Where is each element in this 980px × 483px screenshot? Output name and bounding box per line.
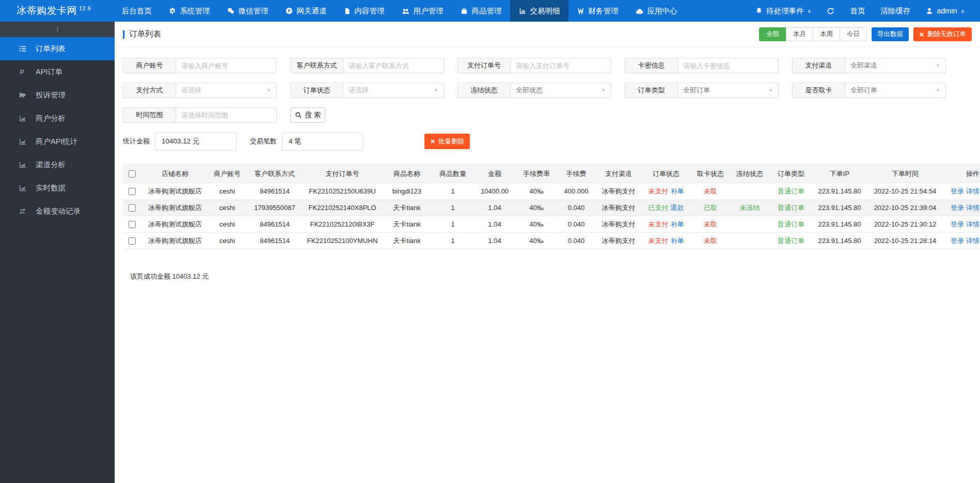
transaction-count-box[interactable]: 4 笔 — [282, 132, 363, 151]
detail-link[interactable]: 详情 — [966, 220, 979, 228]
cell-text: 84961514 — [260, 220, 290, 228]
refund-link[interactable]: 退款 — [671, 204, 684, 212]
search-button[interactable]: 搜 索 — [290, 107, 325, 123]
freeze-status-select[interactable]: 全部状态▼ — [511, 83, 611, 98]
table-cell: 普通订单 — [769, 200, 813, 216]
home-link[interactable]: 首页 — [850, 6, 865, 16]
filter-payment-method: 支付方式请选择▼ — [123, 83, 277, 98]
row-checkbox[interactable] — [129, 204, 136, 212]
delete-invalid-orders-button[interactable]: 删除无效订单 — [913, 27, 972, 41]
table-cell: ceshi — [209, 216, 246, 233]
table-cell: 冰蒂购测试旗舰店 — [141, 183, 209, 200]
export-data-button[interactable]: 导出数据 — [872, 27, 909, 41]
detail-link[interactable]: 详情 — [966, 204, 979, 212]
range-month-button[interactable]: 本月 — [786, 27, 813, 41]
nav-products[interactable]: 商品管理 — [452, 0, 510, 22]
table-cell: 登录详情删除 — [944, 233, 980, 249]
detail-link[interactable]: 详情 — [966, 187, 979, 195]
table-cell: 1.04 — [473, 216, 516, 233]
table-header: 商品数量 — [433, 165, 473, 183]
order-type-select[interactable]: 全部订单▼ — [678, 83, 778, 98]
total-amount-box[interactable]: 10403.12 元 — [155, 132, 236, 151]
payment-channel-select[interactable]: 全部渠道▼ — [845, 58, 945, 73]
nav-system[interactable]: 系统管理 — [160, 0, 218, 22]
order-status-select[interactable]: 请选择▼ — [343, 83, 444, 98]
supplement-link[interactable]: 补单 — [671, 187, 684, 195]
table-cell: 1 — [433, 233, 473, 249]
sidebar-item-channel-analysis[interactable]: 渠道分析 — [0, 153, 115, 176]
sidebar-toggle[interactable] — [0, 22, 115, 37]
card-taken-select[interactable]: 全部订单▼ — [845, 83, 945, 98]
table-cell: 冰蒂购支付 — [596, 216, 641, 233]
supplement-link[interactable]: 补单 — [671, 237, 684, 245]
table-row: 冰蒂购测试旗舰店ceshi84961514FK2210252100YMUHN天卡… — [123, 233, 980, 249]
page-summary: 该页成功金额 10403.12 元 — [130, 272, 972, 281]
date-range-button-group: 全部本月本周今日 — [759, 27, 867, 41]
range-today-button[interactable]: 今日 — [840, 27, 867, 41]
range-all-button[interactable]: 全部 — [759, 27, 786, 41]
refresh-button[interactable] — [827, 7, 834, 15]
nav-gateway[interactable]: P网关通道 — [277, 0, 335, 22]
user-menu[interactable]: admin∧ — [926, 7, 965, 15]
table-header: 操作 — [944, 165, 980, 183]
login-link[interactable]: 登录 — [951, 204, 964, 212]
sidebar-item-realtime-data[interactable]: 实时数据 — [0, 176, 115, 200]
nav-finance[interactable]: 财务管理 — [568, 0, 627, 22]
nav-app-center[interactable]: 应用中心 — [627, 0, 686, 22]
table-cell: 223.91.145.80 — [813, 216, 866, 233]
sidebar-item-merchant-analysis[interactable]: 商户分析 — [0, 107, 115, 130]
table-cell: 已支付退款 — [641, 200, 691, 216]
detail-link[interactable]: 详情 — [966, 237, 979, 245]
nav-content[interactable]: 内容管理 — [335, 0, 393, 22]
range-week-button[interactable]: 本周 — [813, 27, 840, 41]
table-header-checkbox — [123, 165, 141, 183]
payment-method-select[interactable]: 请选择▼ — [176, 83, 276, 98]
cell-text: FK2210252100YMUHN — [307, 237, 378, 245]
cell-text: ceshi — [219, 204, 235, 212]
customer-contact-input[interactable] — [343, 58, 444, 73]
chevron-down-icon: ▼ — [936, 88, 940, 93]
sidebar-item-merchant-api-stats[interactable]: 商户API统计 — [0, 130, 115, 153]
login-link[interactable]: 登录 — [951, 187, 964, 195]
table-cell — [730, 183, 769, 200]
status-text: 已支付 — [649, 204, 669, 212]
cell-text: 0.040 — [568, 237, 585, 245]
vertical-dots-icon — [54, 26, 61, 33]
filter-freeze-status: 冻结状态全部状态▼ — [457, 83, 611, 98]
clear-cache-link[interactable]: 清除缓存 — [880, 6, 910, 16]
merchant-account-input[interactable] — [176, 58, 276, 73]
row-checkbox[interactable] — [129, 188, 136, 195]
status-text: 未取 — [704, 187, 717, 195]
nav-dashboard[interactable]: 后台首页 — [113, 0, 160, 22]
user-icon — [926, 7, 933, 14]
nav-wechat[interactable]: 微信管理 — [218, 0, 277, 22]
select-all-checkbox[interactable] — [129, 170, 136, 178]
filter-payment-channel: 支付渠道全部渠道▼ — [792, 58, 946, 73]
card-secret-input[interactable] — [678, 58, 778, 73]
table-cell: FK2210252140X8PLO — [304, 200, 381, 216]
filter-customer-contact: 客户联系方式 — [290, 58, 444, 73]
row-checkbox[interactable] — [129, 221, 136, 228]
table-header: 取卡状态 — [691, 165, 730, 183]
sidebar-item-complaints[interactable]: 投诉管理 — [0, 84, 115, 107]
pending-events[interactable]: 待处理事件∧ — [755, 6, 811, 16]
login-link[interactable]: 登录 — [951, 220, 964, 228]
nav-transactions[interactable]: 交易明细 — [510, 0, 568, 22]
sidebar-item-balance-change-log[interactable]: 金额变动记录 — [0, 200, 115, 223]
nav-users[interactable]: 用户管理 — [393, 0, 452, 22]
row-checkbox[interactable] — [129, 237, 136, 245]
sidebar-item-api-orders[interactable]: PAPI订单 — [0, 60, 115, 84]
area-chart-icon — [18, 115, 27, 122]
sidebar-item-order-list[interactable]: 订单列表 — [0, 37, 115, 60]
login-link[interactable]: 登录 — [951, 237, 964, 245]
supplement-link[interactable]: 补单 — [671, 220, 684, 228]
time-range-input[interactable] — [176, 108, 276, 122]
table-cell: 未支付补单 — [641, 183, 691, 200]
cell-text: 1.04 — [488, 204, 501, 212]
gateway-icon: P — [286, 7, 293, 14]
payment-order-no-input[interactable] — [511, 58, 611, 73]
batch-delete-button[interactable]: 批量删除 — [424, 134, 470, 149]
filter-payment-channel-label: 支付渠道 — [793, 58, 845, 73]
table-cell: 1 — [433, 216, 473, 233]
table-cell: 40‰ — [516, 216, 557, 233]
